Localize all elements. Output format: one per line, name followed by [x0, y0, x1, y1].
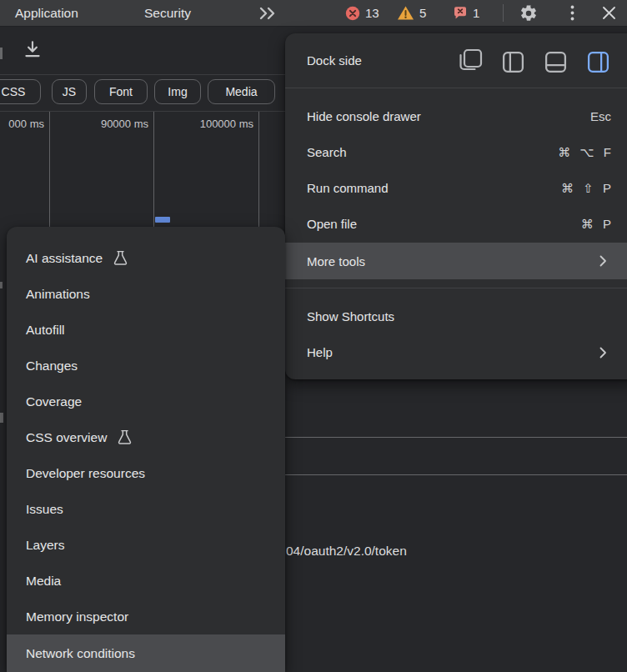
menu-item-open-file[interactable]: Open file ⌘ P	[285, 206, 627, 242]
submenu-item-label: Coverage	[26, 394, 82, 409]
submenu-item-label: AI assistance	[26, 251, 103, 266]
timeline-gridline	[258, 112, 259, 227]
submenu-item-network-conditions[interactable]: Network conditions	[7, 634, 285, 672]
filter-row-divider	[0, 111, 285, 112]
menu-item-show-shortcuts[interactable]: Show Shortcuts	[285, 298, 627, 334]
submenu-item-media[interactable]: Media	[7, 563, 285, 599]
kebab-menu-icon	[570, 5, 574, 21]
settings-button[interactable]	[517, 0, 539, 26]
submenu-item-label: Memory inspector	[26, 609, 128, 624]
submenu-chevron-icon	[599, 347, 607, 359]
menu-item-help[interactable]: Help	[285, 334, 627, 370]
submenu-item-label: CSS overview	[26, 430, 107, 445]
submenu-item-label: Autofill	[26, 323, 65, 338]
menu-item-label: Search	[307, 145, 347, 159]
menu-shortcut: ⌘ ⌥ F	[558, 145, 611, 160]
tab-security[interactable]: Security	[144, 0, 191, 26]
issues-badge[interactable]: 1	[453, 0, 479, 26]
menu-shortcut: Esc	[590, 109, 611, 123]
filter-chip-label: JS	[63, 85, 76, 98]
submenu-item-developer-resources[interactable]: Developer resources	[7, 455, 285, 491]
menu-item-search[interactable]: Search ⌘ ⌥ F	[285, 134, 627, 170]
filter-chip-label: Img	[168, 85, 187, 98]
menu-item-label: Show Shortcuts	[307, 309, 394, 323]
download-icon	[22, 39, 43, 61]
request-row-divider	[285, 474, 627, 475]
timeline-gridline	[153, 112, 154, 227]
submenu-item-changes[interactable]: Changes	[7, 348, 285, 384]
experiment-flask-icon	[112, 249, 129, 267]
filter-chip-img[interactable]: Img	[154, 79, 201, 104]
close-icon	[602, 6, 616, 20]
submenu-item-label: Changes	[26, 359, 78, 374]
warning-count: 5	[419, 6, 426, 20]
dock-left-icon	[501, 50, 525, 74]
filter-chip-label: Font	[109, 85, 133, 98]
devtools-tab-bar: Application Security 13 5 1	[0, 0, 627, 27]
submenu-item-ai-assistance[interactable]: AI assistance	[7, 240, 285, 276]
undock-icon	[457, 48, 484, 73]
dock-right-icon	[586, 50, 610, 74]
menu-separator	[285, 88, 627, 88]
submenu-item-memory-inspector[interactable]: Memory inspector	[7, 599, 285, 634]
menu-shortcut: ⌘ P	[581, 217, 611, 232]
submenu-item-label: Animations	[26, 287, 90, 302]
tab-application[interactable]: Application	[15, 0, 78, 26]
timeline-gridline	[49, 112, 50, 227]
waterfall-request-bar[interactable]	[155, 217, 170, 223]
dock-right-button-selected[interactable]	[585, 49, 610, 74]
warning-icon	[397, 5, 414, 21]
menu-item-label: Run command	[307, 181, 389, 195]
menu-item-hide-console-drawer[interactable]: Hide console drawer Esc	[285, 98, 627, 134]
issue-count: 1	[473, 6, 479, 20]
console-errors-badge[interactable]: 13	[345, 0, 379, 26]
error-icon	[345, 6, 360, 21]
filter-chip-css[interactable]: CSS	[0, 79, 41, 104]
filter-chip-label: Media	[225, 85, 257, 98]
submenu-item-css-overview[interactable]: CSS overview	[7, 419, 285, 455]
menu-shortcut: ⌘ ⇧ P	[561, 181, 611, 196]
request-url: 04/oauth2/v2.0/token	[286, 544, 407, 559]
clipped-toolbar-icon	[0, 48, 3, 59]
more-tabs-button[interactable]	[255, 0, 280, 26]
experiment-flask-icon	[116, 429, 133, 446]
dock-side-label: Dock side	[307, 44, 362, 78]
submenu-item-issues[interactable]: Issues	[7, 491, 285, 527]
issue-bubble-icon	[453, 6, 468, 20]
filter-chip-label: CSS	[2, 85, 26, 98]
submenu-chevron-icon	[599, 255, 607, 267]
clipped-text-fragment	[0, 413, 3, 423]
filter-chip-js[interactable]: JS	[52, 79, 87, 104]
console-warnings-badge[interactable]: 5	[397, 0, 426, 26]
submenu-item-autofill[interactable]: Autofill	[7, 312, 285, 348]
dock-undock-button[interactable]	[456, 48, 484, 73]
customize-menu-button[interactable]	[564, 0, 580, 26]
dock-bottom-button[interactable]	[543, 49, 568, 74]
filter-chip-font[interactable]: Font	[94, 79, 148, 104]
submenu-item-label: Layers	[26, 538, 65, 553]
double-chevron-right-icon	[258, 6, 278, 21]
submenu-item-label: Media	[26, 574, 61, 589]
menu-item-run-command[interactable]: Run command ⌘ ⇧ P	[285, 170, 627, 206]
dock-left-button[interactable]	[500, 49, 525, 74]
request-row-divider	[285, 437, 627, 438]
timeline-tick: 90000 ms	[88, 117, 148, 132]
error-count: 13	[365, 6, 379, 20]
submenu-item-label: Network conditions	[26, 646, 135, 661]
menu-item-label: Open file	[307, 217, 357, 231]
more-tools-submenu: AI assistance Animations Autofill Change…	[7, 227, 285, 672]
gear-icon	[519, 4, 538, 23]
submenu-item-label: Issues	[26, 502, 63, 517]
download-har-button[interactable]	[22, 39, 43, 61]
submenu-item-coverage[interactable]: Coverage	[7, 384, 285, 419]
menu-item-more-tools[interactable]: More tools	[285, 243, 627, 279]
submenu-item-animations[interactable]: Animations	[7, 276, 285, 312]
menu-item-label: Help	[307, 345, 333, 359]
submenu-item-layers[interactable]: Layers	[7, 527, 285, 563]
close-devtools-button[interactable]	[599, 0, 619, 26]
menu-item-label: Hide console drawer	[307, 109, 421, 123]
menu-item-label: More tools	[307, 254, 365, 268]
menu-separator	[285, 288, 627, 288]
submenu-item-label: Developer resources	[26, 466, 145, 481]
filter-chip-media[interactable]: Media	[208, 79, 275, 104]
